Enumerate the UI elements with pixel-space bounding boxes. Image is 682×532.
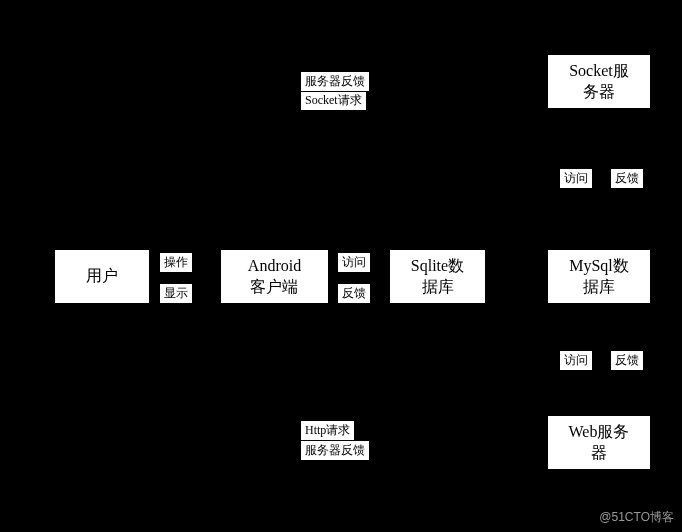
node-user: 用户 xyxy=(54,249,150,304)
node-socket: Socket服 务器 xyxy=(547,54,651,109)
label-user-to-android: 操作 xyxy=(159,252,193,273)
label-web-to-mysql: 访问 xyxy=(559,350,593,371)
label-mysql-to-socket: 反馈 xyxy=(610,168,644,189)
label-android-to-user: 显示 xyxy=(159,283,193,304)
label-sqlite-to-android: 反馈 xyxy=(337,283,371,304)
node-web: Web服务 器 xyxy=(547,415,651,470)
label-web-to-android: 服务器反馈 xyxy=(300,440,370,461)
node-android: Android 客户端 xyxy=(220,249,329,304)
label-socket-to-android: 服务器反馈 xyxy=(300,71,370,92)
label-socket-to-mysql: 访问 xyxy=(559,168,593,189)
label-android-to-socket: Socket请求 xyxy=(300,90,367,111)
watermark: @51CTO博客 xyxy=(599,509,674,526)
label-android-to-sqlite: 访问 xyxy=(337,252,371,273)
node-sqlite: Sqlite数 据库 xyxy=(389,249,486,304)
label-android-to-web: Http请求 xyxy=(300,420,355,441)
node-mysql: MySql数 据库 xyxy=(547,249,651,304)
label-mysql-to-web: 反馈 xyxy=(610,350,644,371)
